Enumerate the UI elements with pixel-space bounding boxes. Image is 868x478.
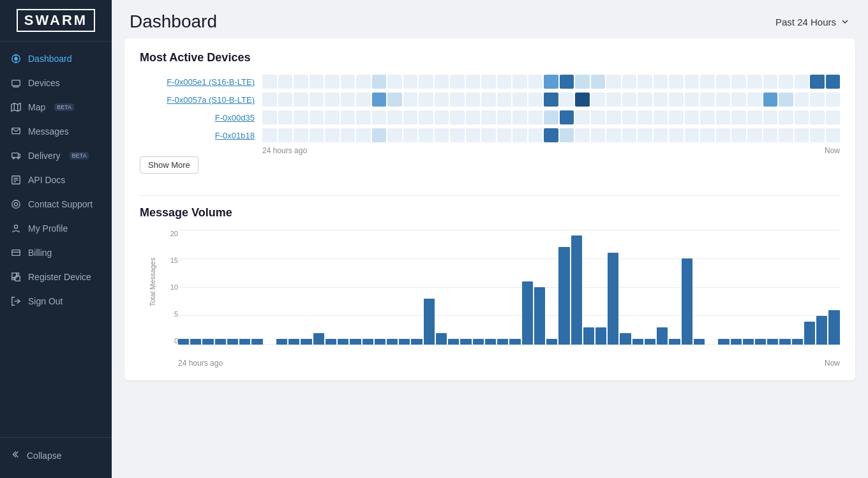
api-icon (10, 174, 22, 186)
collapse-label: Collapse (27, 451, 61, 461)
heatmap-cell (513, 93, 527, 107)
chart-bar (546, 339, 557, 345)
heatmap-cell (810, 93, 825, 107)
device-link[interactable]: F-0x01b18 (140, 131, 255, 140)
chart-bar (350, 339, 361, 345)
heatmap-cell (622, 93, 637, 107)
heatmap-cell (403, 93, 418, 107)
heatmap-cell (325, 128, 340, 142)
heatmap-cell (606, 75, 621, 89)
heatmap-cell (450, 75, 465, 89)
sidebar-item-messages[interactable]: Messages (0, 119, 112, 144)
heatmap-cell (387, 128, 402, 142)
heatmap-cell (325, 93, 340, 107)
heatmap-cell (622, 128, 637, 142)
sidebar-item-register-device[interactable]: Register Device (0, 265, 112, 289)
heatmap-cell (262, 128, 277, 142)
heatmap-cell (575, 110, 590, 124)
heatmap-cell (544, 93, 558, 107)
chart-bar (326, 339, 336, 345)
chart-bar (227, 339, 238, 345)
svg-marker-8 (11, 103, 20, 111)
heatmap-cell (325, 110, 340, 124)
sidebar-item-my-profile[interactable]: My Profile (0, 216, 112, 241)
heatmap-row: F-0x0057a (S10-B-LTE) (140, 93, 840, 107)
sidebar-item-sign-out[interactable]: Sign Out (0, 289, 112, 313)
signout-icon (10, 295, 22, 307)
heatmap-cell (544, 75, 558, 89)
heatmap-cell (528, 128, 543, 142)
sidebar-item-label: Messages (28, 126, 69, 137)
device-link[interactable]: F-0x0057a (S10-B-LTE) (140, 95, 255, 105)
chart-bar (460, 339, 471, 345)
messages-icon (10, 126, 22, 137)
page-title: Dashboard (130, 11, 217, 32)
chart-inner (178, 230, 840, 345)
heatmap-cell (419, 128, 433, 142)
heatmap-cell (606, 128, 621, 142)
heatmap-cell (795, 93, 809, 107)
chart-bar (755, 339, 766, 345)
heatmap-cell (528, 110, 543, 124)
heatmap-start-time: 24 hours ago (262, 146, 307, 155)
sidebar-item-api-docs[interactable]: API Docs (0, 168, 112, 192)
heatmap-cell (544, 110, 558, 124)
chart-bar (387, 339, 398, 345)
chart-bar (595, 327, 606, 345)
sidebar-item-dashboard[interactable]: Dashboard (0, 47, 112, 71)
heatmap-cell (716, 75, 731, 89)
sidebar-item-label: Delivery (28, 151, 61, 161)
chart-bar (497, 339, 508, 345)
heatmap-cell (747, 110, 762, 124)
heatmap-cell (795, 110, 809, 124)
chart-bar (288, 339, 299, 345)
message-volume-section: Message Volume Total Messages 20 15 10 5… (140, 206, 840, 368)
heatmap-cell (747, 128, 762, 142)
chart-bar (743, 339, 754, 345)
heatmap-cell (356, 128, 371, 142)
heatmap-cell (341, 128, 355, 142)
heatmap-cell (466, 128, 481, 142)
collapse-button[interactable]: Collapse (0, 443, 112, 468)
svg-rect-26 (12, 278, 15, 280)
heatmap-cell (403, 128, 418, 142)
heatmap-cell (481, 75, 496, 89)
svg-rect-24 (12, 273, 17, 278)
logo: SWARM (0, 0, 112, 41)
heatmap-cell (591, 75, 606, 89)
heatmap-cell (435, 93, 449, 107)
chart-bar (682, 258, 692, 345)
sidebar-item-devices[interactable]: Devices (0, 71, 112, 95)
heatmap-cell (575, 93, 590, 107)
heatmap-cell (528, 75, 543, 89)
heatmap-cell (513, 75, 527, 89)
heatmap-cell (638, 128, 652, 142)
svg-point-1 (14, 57, 17, 60)
heatmap-cell (591, 93, 606, 107)
svg-rect-27 (17, 273, 19, 276)
show-more-button[interactable]: Show More (140, 156, 198, 174)
heatmap-cell (731, 110, 746, 124)
delivery-icon (10, 150, 22, 161)
heatmap-cell (779, 93, 793, 107)
heatmap-cell (669, 128, 684, 142)
y-axis-ticks: 20 15 10 5 0 (165, 230, 178, 345)
heatmap-cell (262, 75, 277, 89)
sidebar-item-map[interactable]: Map BETA (0, 95, 112, 119)
heatmap-rows: F-0x005e1 (S16-B-LTE)F-0x0057a (S10-B-LT… (140, 75, 840, 142)
sidebar-item-billing[interactable]: Billing (0, 241, 112, 265)
heatmap-cell (372, 75, 387, 89)
chart-bar (436, 333, 447, 345)
heatmap-cell (278, 128, 293, 142)
heatmap-cell (294, 93, 308, 107)
sidebar-item-delivery[interactable]: Delivery BETA (0, 144, 112, 168)
device-link[interactable]: F-0x00d35 (140, 113, 255, 123)
heatmap-cell (654, 128, 668, 142)
sidebar-item-contact-support[interactable]: Contact Support (0, 192, 112, 216)
heatmap-cell (685, 110, 700, 124)
time-selector[interactable]: Past 24 Hours (775, 17, 850, 27)
heatmap-cell (325, 75, 340, 89)
chart-bar (190, 339, 201, 345)
device-link[interactable]: F-0x005e1 (S16-B-LTE) (140, 77, 255, 87)
chart-bar (301, 339, 311, 345)
